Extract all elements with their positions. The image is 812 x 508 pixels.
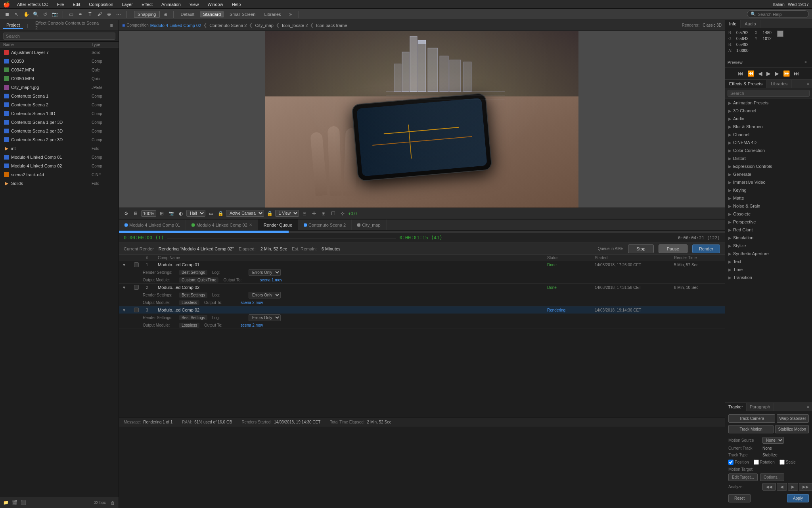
reset-btn[interactable]: Reset [728,494,751,502]
log-dropdown-3[interactable]: Errors Only [249,314,281,321]
tab-project[interactable]: Project [3,22,23,29]
workspace-libraries[interactable]: Libraries [261,11,284,17]
workspace-more[interactable]: » [287,10,295,18]
new-btn[interactable]: ◼ [3,10,11,18]
tab-audio[interactable]: Audio [741,20,760,28]
render-row-2[interactable]: ▼ 2 Modulo...ed Comp 02 Done 14/03/2018,… [119,284,725,291]
cat-header-channel[interactable]: ▶ Channel [725,131,812,139]
trash-btn[interactable]: 🗑 [109,499,116,506]
analyze-play-btn[interactable]: ▶ [788,483,798,491]
analyze-forward-btn[interactable]: ▶▶ [799,483,812,491]
fit-comp-btn[interactable]: ⊞ [158,210,166,217]
rs-value-1[interactable]: Best Settings [179,270,207,275]
om-value-1[interactable]: Custom: QuickTime [179,277,218,283]
motion-source-dropdown[interactable]: None [762,437,784,444]
analyze-rewind-btn[interactable]: ◀◀ [762,483,776,491]
workspace-small[interactable]: Small Screen [226,11,259,17]
new-folder-btn[interactable]: 📁 [2,499,10,506]
scale-checkbox[interactable] [779,460,785,465]
om-value-3[interactable]: Lossless [179,323,199,328]
render-checkbox-3[interactable] [134,308,139,312]
list-item[interactable]: Contenuto Scena 1 3D Comp [0,109,119,118]
camera-dropdown[interactable]: Active Camera [226,210,264,217]
list-item[interactable]: Contenuto Scena 2 per 3D Comp [0,127,119,135]
list-item[interactable]: Modulo 4 Linked Comp 01 Comp [0,153,119,162]
project-search-input[interactable] [3,33,115,40]
tab-tracker[interactable]: Tracker [725,403,747,411]
cat-header-animation[interactable]: ▶ Animation Presets [725,99,812,107]
select-tool[interactable]: ↖ [13,10,21,18]
list-item[interactable]: scena2 track.c4d CINE [0,170,119,179]
output-to-1[interactable]: scena 1.mov [260,278,282,282]
cat-header-keying[interactable]: ▶ Keying [725,186,812,194]
text-tool[interactable]: T [86,10,94,18]
scale-checkbox-label[interactable]: Scale [779,460,796,465]
render-checkbox-1[interactable] [134,262,139,267]
list-item[interactable]: ▶ int Fold [0,144,119,153]
list-item[interactable]: Contenuto Scena 1 per 3D Comp [0,118,119,127]
toggle-alpha[interactable]: ◐ [177,210,185,217]
tab-info[interactable]: Info [725,20,741,28]
output-to-3[interactable]: scena 2.mov [241,323,263,327]
menu-aftereffects[interactable]: After Effects CC [15,2,50,7]
edit-target-btn[interactable]: Edit Target... [728,473,758,481]
preview-first-btn[interactable]: ⏮ [737,69,744,77]
workspace-standard[interactable]: Standard [200,11,224,17]
preview-play-btn[interactable]: ▶ [766,69,772,77]
view-lock-btn[interactable]: 🔒 [216,210,224,217]
tab-close-2[interactable]: ✕ [249,223,252,227]
list-item[interactable]: C0350.MP4 Quic [0,74,119,83]
list-item[interactable]: Modulo 4 Linked Comp 02 Comp [0,162,119,170]
search-bar[interactable]: 🔍 [747,10,809,18]
effects-menu-btn[interactable]: ≡ [804,80,812,88]
render-row-3[interactable]: ▼ 3 Modulo...ed Comp 02 Rendering 14/03/… [119,306,725,314]
om-value-2[interactable]: Lossless [179,300,199,305]
rotation-checkbox-label[interactable]: Rotation [754,460,775,465]
stabilize-motion-btn[interactable]: Stabilize Motion [775,425,809,433]
list-item[interactable]: Contenuto Scena 1 Comp [0,92,119,100]
viewer-screen-btn[interactable]: 🖥 [132,210,140,217]
cat-header-transition[interactable]: ▶ Transition [725,273,812,281]
comp-nav-1[interactable]: Contenuto Scena 2 [209,23,247,28]
render-checkbox-2[interactable] [134,285,139,290]
comp-nav-main[interactable]: Modulo 4 Linked Comp 02 [150,23,201,28]
comp-nav-4[interactable]: Icon back frame [316,23,347,28]
new-solid-btn[interactable]: ⬛ [20,499,27,506]
list-item[interactable]: Contenuto Scena 2 Comp [0,100,119,109]
menu-window[interactable]: Window [206,2,225,7]
rotate-tool[interactable]: ↺ [41,10,49,18]
3d-axes-btn[interactable]: ⊹ [339,210,347,217]
cat-header-distort[interactable]: ▶ Distort [725,154,812,162]
cat-header-stylize[interactable]: ▶ Stylize [725,242,812,250]
comp-nav-3[interactable]: Icon_locate 2 [282,23,308,28]
camera-lock-btn[interactable]: 🔒 [266,210,274,217]
tab-paragraph[interactable]: Paragraph [747,403,774,411]
brush-tool[interactable]: 🖌 [96,10,103,18]
cat-header-time[interactable]: ▶ Time [725,266,812,273]
render-region-btn[interactable]: ⊟ [301,210,308,217]
tracker-menu-btn[interactable]: ≡ [804,403,812,411]
rs-value-3[interactable]: Best Settings [179,315,207,320]
rs-value-2[interactable]: Best Settings [179,292,207,298]
tab-libraries[interactable]: Libraries [767,80,792,88]
list-item[interactable]: City_map4.jpg JPEG [0,83,119,92]
clone-tool[interactable]: ⊕ [105,10,113,18]
track-camera-btn[interactable]: Track Camera [728,414,775,423]
cat-header-3d[interactable]: ▶ 3D Channel [725,107,812,115]
effects-search-input[interactable] [728,90,810,97]
menu-view[interactable]: View [188,2,201,7]
preview-menu-btn[interactable]: ≡ [802,58,810,66]
cat-header-perspective[interactable]: ▶ Perspective [725,218,812,226]
new-comp-btn[interactable]: 🎬 [11,499,18,506]
cat-header-simulation[interactable]: ▶ Simulation [725,234,812,242]
comp-nav-2[interactable]: City_map [255,23,273,28]
cat-header-noise[interactable]: ▶ Noise & Grain [725,202,812,210]
tab-contenuto-scena-2[interactable]: Contenuto Scena 2 [298,219,352,230]
output-to-2[interactable]: scena 2.mov [241,300,263,305]
options-btn[interactable]: Options... [760,473,784,481]
menu-layer[interactable]: Layer [121,2,135,7]
preview-step-back-btn[interactable]: ◀ [757,69,763,77]
viewer-settings-btn[interactable]: ⚙ [122,210,130,217]
menu-help[interactable]: Help [230,2,243,7]
cat-header-color[interactable]: ▶ Color Correction [725,146,812,154]
